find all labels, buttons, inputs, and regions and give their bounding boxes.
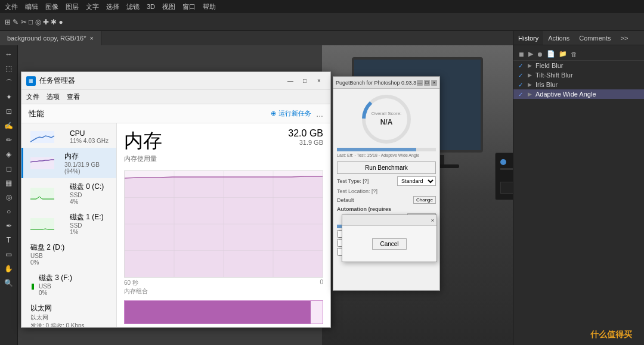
menu-item-view[interactable]: 视图 bbox=[162, 2, 175, 11]
puget-maximize[interactable]: □ bbox=[424, 80, 430, 86]
sidebar-item-disk2[interactable]: 磁盘 2 (D:) USB0% bbox=[21, 239, 116, 269]
tm-menu-view[interactable]: 查看 bbox=[67, 92, 80, 101]
svg-marker-12 bbox=[125, 176, 323, 277]
tm-memory-graph bbox=[124, 170, 323, 278]
sidebar-item-ethernet[interactable]: 以太网 以太网发送: 0 接收: 0 Kbps bbox=[21, 300, 116, 327]
history-item-0[interactable]: ✓ ▶ Field Blur bbox=[513, 61, 644, 70]
history-action-delete[interactable]: 🗑 bbox=[571, 51, 577, 58]
history-action-play[interactable]: ▶ bbox=[528, 50, 533, 58]
history-action-stop[interactable]: ⏹ bbox=[518, 51, 525, 58]
tool-crop[interactable]: ⊡ bbox=[2, 105, 16, 118]
dialog-close-icon[interactable]: × bbox=[431, 217, 434, 223]
tool-move[interactable]: ↔ bbox=[2, 48, 16, 61]
dialog-titlebar: × bbox=[342, 215, 436, 226]
tm-sub-value: 31.9 GB bbox=[288, 139, 323, 146]
tool-clone[interactable]: ◈ bbox=[2, 148, 16, 161]
run-new-task-button[interactable]: ⊕ 运行新任务 bbox=[271, 109, 311, 118]
history-item-2[interactable]: ✓ ▶ Iris Blur bbox=[513, 80, 644, 89]
disk0-label: 磁盘 0 (C:) bbox=[70, 182, 104, 192]
task-manager-window: ▦ 任务管理器 — □ × 文件 选项 查看 性能 ⊕ 运行新任务 ... bbox=[21, 72, 331, 328]
tool-blur[interactable]: ◎ bbox=[2, 191, 16, 204]
puget-progress-label: Last: Eff: - Test: 15/18 - Adaptive Wide… bbox=[337, 153, 436, 157]
history-action-new[interactable]: 📄 bbox=[547, 50, 555, 58]
history-item-3[interactable]: ✓ ▶ Adaptive Wide Angle bbox=[513, 89, 644, 99]
task-manager-title: 任务管理器 bbox=[39, 76, 75, 86]
close-button[interactable]: × bbox=[312, 76, 326, 86]
sidebar-item-disk0[interactable]: 磁盘 0 (C:) SSD4% bbox=[21, 178, 116, 209]
tool-brush[interactable]: ✏ bbox=[2, 133, 16, 147]
menu-item-text[interactable]: 文字 bbox=[86, 2, 99, 11]
tm-menu-file[interactable]: 文件 bbox=[26, 92, 39, 101]
menu-item-help[interactable]: 帮助 bbox=[203, 2, 216, 11]
history-item-1[interactable]: ✓ ▶ Tilt-Shift Blur bbox=[513, 70, 644, 80]
ethernet-label: 以太网 bbox=[30, 303, 109, 313]
svg-rect-2 bbox=[30, 188, 54, 200]
sidebar-item-disk1[interactable]: 磁盘 1 (E:) SSD1% bbox=[21, 209, 116, 239]
tool-zoom[interactable]: 🔍 bbox=[2, 276, 16, 290]
dialog-body: Cancel bbox=[342, 226, 436, 262]
tab-history[interactable]: History bbox=[513, 31, 543, 45]
disk0-mini-graph bbox=[30, 188, 66, 200]
tool-eyedropper[interactable]: ✍ bbox=[2, 119, 16, 132]
tool-hand[interactable]: ✋ bbox=[2, 262, 16, 275]
menu-item-file[interactable]: 文件 bbox=[5, 2, 18, 11]
sidebar-item-cpu[interactable]: CPU 11% 4.03 GHz bbox=[21, 126, 116, 148]
tool-gradient[interactable]: ▦ bbox=[2, 176, 16, 189]
sidebar-item-disk3[interactable]: 磁盘 3 (F:) USB0% bbox=[21, 269, 116, 300]
tool-pen[interactable]: ✒ bbox=[2, 219, 16, 232]
menu-item-edit[interactable]: 编辑 bbox=[25, 2, 38, 11]
check-icon-1: ✓ bbox=[518, 72, 524, 79]
menu-item-3d[interactable]: 3D bbox=[147, 3, 155, 10]
test-type-dropdown[interactable]: Standard Extended bbox=[397, 176, 436, 186]
tm-main-header: 内存 内存使用量 32.0 GB 31.9 GB bbox=[124, 128, 323, 168]
arrow-icon-3: ▶ bbox=[528, 91, 532, 97]
disk3-indicator bbox=[30, 279, 35, 291]
tool-text[interactable]: T bbox=[2, 234, 16, 247]
tm-menubar: 文件 选项 查看 bbox=[21, 90, 330, 104]
history-action-record[interactable]: ⏺ bbox=[537, 51, 543, 58]
tab-label: background copy, RGB/16* bbox=[7, 35, 86, 42]
sidebar-item-memory[interactable]: 内存 30.1/31.9 GB (94%) bbox=[21, 148, 116, 178]
tool-wand[interactable]: ✦ bbox=[2, 91, 16, 104]
tool-dodge[interactable]: ○ bbox=[2, 205, 16, 218]
memory-mini-graph bbox=[30, 157, 61, 169]
puget-close[interactable]: × bbox=[431, 80, 437, 86]
menu-item-filter[interactable]: 滤镜 bbox=[126, 2, 140, 11]
tab-close-icon[interactable]: × bbox=[89, 35, 93, 42]
cpu-mini-graph bbox=[30, 131, 66, 143]
menu-item-image[interactable]: 图像 bbox=[45, 2, 58, 11]
disk1-mini-graph bbox=[30, 218, 66, 230]
minimize-button[interactable]: — bbox=[284, 76, 297, 86]
more-options-icon[interactable]: ... bbox=[316, 109, 323, 119]
disk1-label: 磁盘 1 (E:) bbox=[70, 212, 104, 222]
menu-item-select[interactable]: 选择 bbox=[106, 2, 119, 11]
tab-more[interactable]: >> bbox=[616, 31, 633, 45]
svg-rect-1 bbox=[30, 157, 54, 169]
ethernet-detail: 以太网发送: 0 接收: 0 Kbps bbox=[30, 313, 109, 327]
history-action-folder[interactable]: 📁 bbox=[559, 50, 567, 58]
menu-item-window[interactable]: 窗口 bbox=[182, 2, 196, 11]
disk2-detail: USB0% bbox=[30, 253, 109, 266]
disk3-detail: USB0% bbox=[39, 283, 72, 296]
ps-document-tab[interactable]: background copy, RGB/16* × bbox=[0, 31, 101, 45]
puget-titlebar: PugetBench for Photoshop 0.93.3 — □ × bbox=[333, 77, 439, 89]
tab-comments[interactable]: Comments bbox=[574, 31, 615, 45]
change-location-button[interactable]: Change bbox=[413, 196, 436, 204]
tool-eraser[interactable]: ◻ bbox=[2, 162, 16, 175]
tool-lasso[interactable]: ⌒ bbox=[2, 76, 16, 89]
tool-shape[interactable]: ▭ bbox=[2, 248, 16, 261]
tab-actions[interactable]: Actions bbox=[543, 31, 574, 45]
task-manager-icon: ▦ bbox=[26, 76, 36, 86]
run-benchmark-button[interactable]: Run Benchmark bbox=[337, 161, 436, 174]
memory-detail: 30.1/31.9 GB (94%) bbox=[64, 161, 109, 175]
memory-graph-svg bbox=[125, 171, 323, 277]
ps-panel-tabs: History Actions Comments >> bbox=[513, 31, 644, 45]
svg-text:N/A: N/A bbox=[380, 118, 393, 126]
svg-rect-4 bbox=[32, 284, 34, 290]
cancel-button[interactable]: Cancel bbox=[372, 238, 406, 250]
puget-minimize[interactable]: — bbox=[417, 80, 423, 86]
maximize-button[interactable]: □ bbox=[298, 76, 311, 86]
tm-menu-options[interactable]: 选项 bbox=[47, 92, 60, 101]
tool-select[interactable]: ⬚ bbox=[2, 62, 16, 75]
menu-item-layer[interactable]: 图层 bbox=[66, 2, 79, 11]
